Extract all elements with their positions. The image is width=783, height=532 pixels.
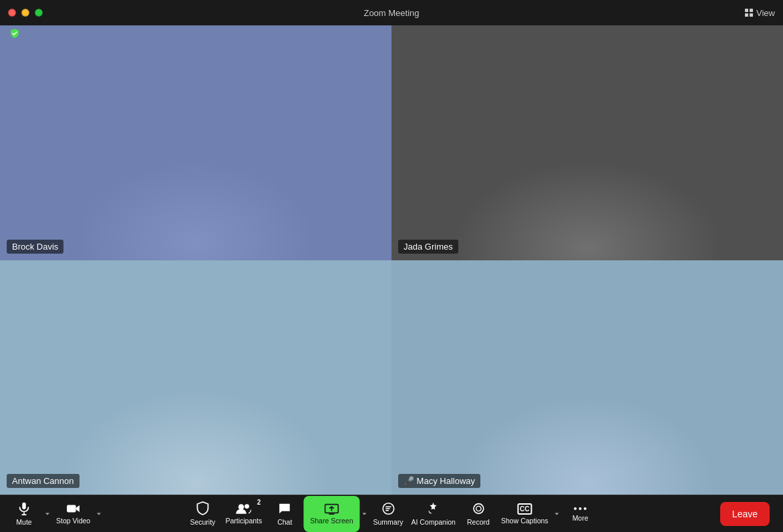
person-antwan [0, 260, 392, 495]
companion-icon [426, 501, 441, 516]
share-screen-caret-icon [361, 511, 367, 517]
video-cell-jada: Jada Grimes [392, 25, 783, 260]
video-cell-brock: Brock Davis [0, 25, 392, 260]
toolbar-wrapper: Mute Stop Video [5, 496, 778, 532]
mute-label: Mute [16, 518, 31, 526]
record-label: Record [467, 518, 490, 526]
mute-caret[interactable] [43, 496, 52, 532]
participants-count: 2 [257, 499, 261, 506]
view-button[interactable]: View [745, 8, 775, 18]
share-screen-caret[interactable] [359, 496, 369, 532]
traffic-lights [8, 9, 43, 17]
captions-label: Show Captions [501, 517, 549, 525]
name-label-macy: 🎤 Macy Halloway [398, 474, 480, 488]
view-label: View [756, 8, 775, 18]
svg-point-10 [476, 506, 480, 511]
leave-area: Leave [720, 502, 770, 526]
video-icon [66, 503, 81, 515]
participants-icon [236, 503, 252, 515]
participants-label: Participants [225, 517, 262, 525]
video-cell-antwan: Antwan Cannon [0, 260, 392, 495]
security-button[interactable]: Security [184, 496, 221, 532]
svg-rect-0 [22, 503, 26, 509]
security-indicator [9, 28, 20, 41]
security-icon [196, 501, 209, 516]
video-grid: Brock Davis Jada Grimes Antwan Cannon 🎤 … [0, 25, 783, 495]
companion-button[interactable]: AI Companion [407, 496, 460, 532]
person-macy [392, 260, 783, 495]
chat-button[interactable]: Chat [266, 496, 303, 532]
stop-video-caret-icon [96, 511, 102, 517]
svg-point-5 [245, 504, 250, 509]
name-label-antwan: Antwan Cannon [7, 474, 80, 488]
mic-icon [17, 501, 31, 516]
person-jada [392, 25, 783, 260]
record-icon [471, 501, 486, 516]
person-brock [0, 25, 392, 260]
summary-icon [381, 501, 396, 516]
stop-video-caret[interactable] [94, 496, 104, 532]
summary-button[interactable]: Summary [369, 496, 407, 532]
minimize-button[interactable] [21, 9, 29, 17]
mute-caret-icon [44, 511, 51, 517]
share-screen-icon [324, 503, 339, 515]
leave-button[interactable]: Leave [720, 502, 770, 526]
svg-point-9 [474, 504, 484, 514]
toolbar-center: Security 2 Participants Chat [184, 496, 599, 532]
more-icon [573, 505, 588, 512]
window-title: Zoom Meeting [363, 8, 419, 18]
close-button[interactable] [8, 9, 16, 17]
stop-video-button[interactable]: Stop Video [52, 496, 94, 532]
maximize-button[interactable] [35, 9, 43, 17]
chat-label: Chat [277, 518, 292, 526]
svg-point-13 [584, 507, 587, 510]
svg-rect-3 [67, 505, 76, 513]
more-label: More [573, 514, 589, 522]
svg-point-12 [579, 507, 582, 510]
svg-point-11 [574, 507, 577, 510]
name-label-jada: Jada Grimes [398, 240, 458, 254]
grid-icon [745, 9, 753, 17]
record-button[interactable]: Record [460, 496, 497, 532]
more-button[interactable]: More [562, 496, 599, 532]
captions-caret-icon [554, 511, 561, 517]
toolbar: Mute Stop Video [0, 495, 783, 532]
participants-button[interactable]: 2 Participants [221, 496, 266, 532]
stop-video-label: Stop Video [56, 517, 90, 525]
name-label-brock: Brock Davis [7, 240, 63, 254]
svg-point-4 [239, 504, 245, 510]
video-cell-macy: 🎤 Macy Halloway [392, 260, 783, 495]
chat-icon [277, 501, 292, 516]
cc-icon: CC [517, 503, 532, 515]
security-label: Security [190, 518, 215, 526]
share-screen-label: Share Screen [310, 517, 353, 525]
share-screen-button[interactable]: Share Screen [303, 496, 359, 532]
captions-caret[interactable] [553, 496, 562, 532]
companion-label: AI Companion [411, 518, 456, 526]
captions-button[interactable]: CC Show Captions [497, 496, 553, 532]
title-bar: Zoom Meeting View [0, 0, 783, 25]
summary-label: Summary [373, 518, 403, 526]
mute-button[interactable]: Mute [5, 496, 43, 532]
